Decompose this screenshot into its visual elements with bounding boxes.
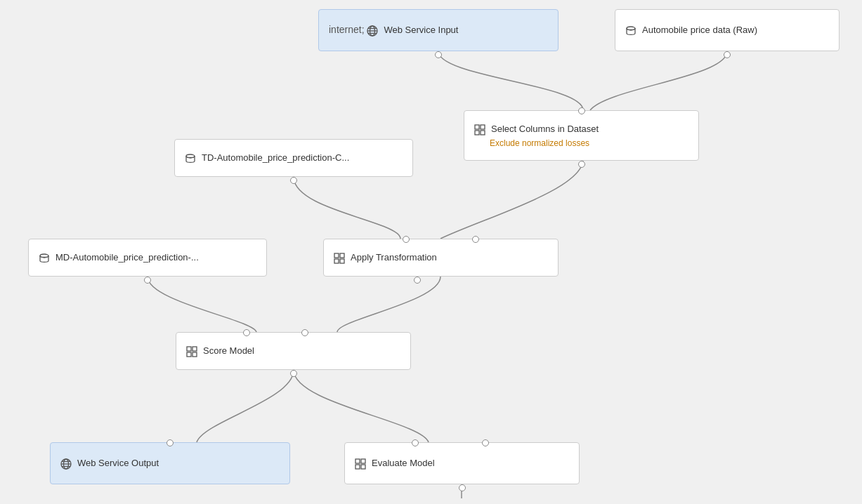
evaluate-model-node[interactable]: Evaluate Model	[344, 442, 580, 484]
svg-rect-6	[475, 125, 479, 129]
svg-rect-17	[192, 347, 197, 351]
web-service-input-port-bottom[interactable]	[435, 51, 442, 58]
score-model-port-top-right[interactable]	[301, 329, 308, 336]
td-automobile-port-bottom[interactable]	[290, 177, 297, 184]
apply-transformation-node[interactable]: Apply Transformation	[323, 239, 559, 277]
automobile-price-raw-label: Automobile price data (Raw)	[642, 25, 757, 35]
apply-transformation-port-top-left[interactable]	[403, 236, 410, 243]
select-columns-node[interactable]: Select Columns in Dataset Exclude normal…	[464, 110, 699, 161]
evaluate-model-port-bottom[interactable]	[459, 484, 466, 491]
score-model-port-bottom[interactable]	[290, 370, 297, 377]
evaluate-model-port-top-right[interactable]	[482, 439, 489, 446]
web-service-output-label: Web Service Output	[77, 458, 159, 468]
database-icon-td	[185, 152, 196, 164]
automobile-price-raw-node[interactable]: Automobile price data (Raw)	[615, 9, 840, 51]
web-service-output-node[interactable]: Web Service Output	[50, 442, 290, 484]
apply-transformation-label: Apply Transformation	[351, 252, 437, 263]
svg-rect-7	[481, 125, 485, 129]
svg-rect-12	[334, 253, 339, 258]
select-columns-subtitle: Exclude normalized losses	[474, 138, 688, 148]
svg-rect-15	[340, 259, 344, 263]
svg-rect-26	[361, 459, 365, 463]
svg-rect-25	[355, 459, 360, 463]
globe-icon: internet;	[329, 24, 378, 36]
evaluate-model-port-top-left[interactable]	[412, 439, 419, 446]
svg-rect-16	[187, 347, 191, 351]
md-automobile-port-bottom[interactable]	[144, 277, 151, 284]
svg-rect-8	[475, 131, 479, 135]
web-service-input-node[interactable]: internet; Web Service Input	[318, 9, 559, 51]
score-model-icon	[186, 345, 197, 357]
svg-rect-9	[481, 131, 485, 135]
evaluate-model-label: Evaluate Model	[372, 458, 435, 468]
select-columns-port-top[interactable]	[578, 107, 585, 114]
svg-rect-19	[192, 352, 197, 357]
apply-transformation-port-top-right[interactable]	[472, 236, 479, 243]
automobile-raw-port-bottom[interactable]	[724, 51, 731, 58]
web-service-output-port-top[interactable]	[166, 439, 174, 446]
apply-transformation-port-bottom[interactable]	[414, 277, 421, 284]
apply-transformation-icon	[334, 251, 345, 263]
svg-rect-14	[334, 259, 339, 263]
database-icon-md	[39, 251, 50, 263]
globe-icon-output	[60, 457, 72, 469]
md-automobile-node[interactable]: MD-Automobile_price_prediction-...	[28, 239, 267, 277]
svg-rect-27	[355, 465, 360, 469]
select-columns-label: Select Columns in Dataset	[491, 124, 599, 134]
svg-rect-28	[361, 465, 365, 469]
score-model-label: Score Model	[203, 345, 254, 356]
web-service-input-label: Web Service Input	[384, 25, 458, 35]
svg-rect-18	[187, 352, 191, 357]
svg-rect-13	[340, 253, 344, 258]
score-model-port-top-left[interactable]	[243, 329, 250, 336]
score-model-node[interactable]: Score Model	[176, 332, 411, 370]
select-columns-icon	[474, 123, 485, 135]
select-columns-port-bottom[interactable]	[578, 161, 585, 168]
evaluate-model-icon	[355, 457, 366, 469]
td-automobile-node[interactable]: TD-Automobile_price_prediction-C...	[174, 139, 413, 177]
database-icon-raw	[625, 24, 636, 36]
md-automobile-label: MD-Automobile_price_prediction-...	[55, 252, 199, 263]
td-automobile-label: TD-Automobile_price_prediction-C...	[202, 152, 349, 163]
